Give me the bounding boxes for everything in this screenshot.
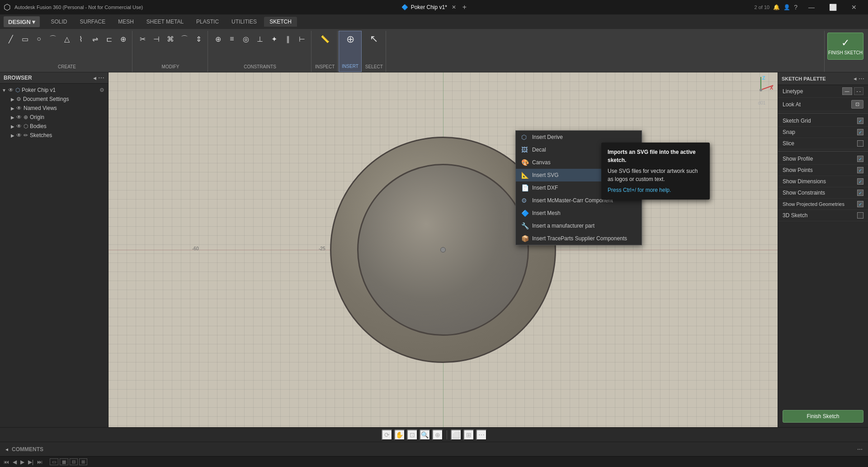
playback-last-button[interactable]: ⏭	[37, 459, 42, 465]
tab-sketch[interactable]: SKETCH	[264, 17, 297, 27]
mirror-tool[interactable]: ⇌	[89, 33, 101, 45]
tree-item-named-views[interactable]: ▶ 👁 Named Views	[0, 104, 108, 113]
comments-toggle-button[interactable]: ◂	[5, 446, 8, 453]
palette-3d-sketch-row[interactable]: 3D Sketch	[778, 210, 868, 221]
palette-slice-row[interactable]: Slice	[778, 138, 868, 149]
timeline-settings-button[interactable]: ⊞	[79, 458, 87, 465]
scale-tool[interactable]: ⇕	[192, 33, 205, 45]
nav-cube[interactable]: Z X d01	[750, 77, 773, 105]
timeline-view-button[interactable]: ⊟	[70, 458, 78, 465]
design-dropdown[interactable]: DESIGN ▾	[4, 16, 40, 27]
insert-label[interactable]: INSERT	[342, 64, 359, 70]
browser-expand-button[interactable]: ◂	[93, 74, 96, 81]
tree-visibility-origin-icon[interactable]: 👁	[16, 114, 22, 120]
show-points-checkbox[interactable]	[857, 167, 863, 173]
slice-checkbox[interactable]	[857, 140, 863, 147]
snap-checkbox[interactable]	[857, 129, 863, 135]
finish-sketch-button[interactable]: ✓ FINISH SKETCH	[827, 33, 863, 60]
show-projected-checkbox[interactable]	[857, 201, 863, 207]
insert-icon[interactable]: ⊕	[344, 33, 357, 46]
tree-visibility-bodies-icon[interactable]: 👁	[16, 123, 22, 129]
zoom-region-button[interactable]: 🔍	[420, 429, 430, 440]
palette-show-points-row[interactable]: Show Points	[778, 165, 868, 176]
zoom-inout-button[interactable]: ⊕	[432, 429, 443, 440]
tree-item-sketches[interactable]: ▶ 👁 ✏ Sketches	[0, 131, 108, 140]
concentric-constraint[interactable]: ◎	[240, 33, 252, 45]
add-tab-icon[interactable]: +	[462, 3, 467, 11]
finish-sketch-panel-button[interactable]: Finish Sketch	[783, 410, 863, 423]
break-tool[interactable]: ⌘	[164, 33, 177, 45]
menu-item-insert-derive[interactable]: ⬡ Insert Derive	[516, 131, 642, 143]
tab-utilities[interactable]: UTILITIES	[226, 17, 262, 27]
more-settings-button[interactable]: ⋯	[476, 429, 487, 440]
playback-next-button[interactable]: ▶|	[28, 459, 33, 465]
playback-first-button[interactable]: ⏮	[4, 459, 9, 465]
3d-sketch-checkbox[interactable]	[857, 212, 863, 219]
project-tool[interactable]: ⊕	[117, 33, 129, 45]
fix-constraint[interactable]: ✦	[268, 33, 280, 45]
linetype-normal-button[interactable]: —	[842, 87, 852, 95]
palette-show-projected-row[interactable]: Show Projected Geometries	[778, 199, 868, 210]
tree-settings-icon[interactable]: ⚙	[99, 87, 104, 93]
palette-show-profile-row[interactable]: Show Profile	[778, 153, 868, 165]
midpoint-constraint[interactable]: ⊥	[254, 33, 266, 45]
tree-item-origin[interactable]: ▶ 👁 ⊕ Origin	[0, 113, 108, 122]
viewport[interactable]: -60 -25 Z X d01	[108, 72, 778, 427]
tree-item-bodies[interactable]: ▶ 👁 ⬡ Bodies	[0, 122, 108, 131]
user-icon[interactable]: 👤	[783, 4, 790, 10]
line-tool[interactable]: ╱	[5, 33, 17, 45]
menu-item-manufacturer[interactable]: 🔧 Insert a manufacturer part	[516, 219, 642, 232]
help-icon[interactable]: ?	[794, 4, 797, 11]
maximize-button[interactable]: ⬜	[822, 0, 843, 14]
tree-item-doc-settings[interactable]: ▶ ⚙ Document Settings	[0, 95, 108, 104]
zoom-fit-button[interactable]: ⊡	[407, 429, 418, 440]
palette-snap-row[interactable]: Snap	[778, 127, 868, 138]
trim-tool[interactable]: ✂	[136, 33, 149, 45]
show-constraints-checkbox[interactable]	[857, 190, 863, 196]
show-profile-checkbox[interactable]	[857, 156, 863, 162]
perpendicular-constraint[interactable]: ⊢	[296, 33, 308, 45]
sketch-grid-checkbox[interactable]	[857, 118, 863, 124]
parallel-constraint[interactable]: ∥	[282, 33, 294, 45]
collinear-constraint[interactable]: ≡	[226, 33, 238, 45]
orbit-button[interactable]: ⟳	[382, 429, 392, 440]
measure-tool[interactable]: 📏	[319, 33, 331, 45]
rectangle-tool[interactable]: ▭	[19, 33, 31, 45]
tree-visibility-icon[interactable]: 👁	[8, 87, 14, 93]
select-label[interactable]: SELECT	[365, 64, 383, 70]
offset-tool[interactable]: ⊏	[103, 33, 115, 45]
browser-more-button[interactable]: ⋯	[98, 74, 104, 81]
playback-prev-button[interactable]: ◀	[13, 459, 17, 465]
timeline-multi-button[interactable]: ▦	[60, 458, 68, 465]
pan-button[interactable]: ✋	[394, 429, 405, 440]
arc-tool[interactable]: ⌒	[47, 33, 59, 45]
fillet-tool[interactable]: ⌒	[178, 33, 191, 45]
sketch-palette-expand-button[interactable]: ◂	[854, 75, 857, 82]
palette-sketch-grid-row[interactable]: Sketch Grid	[778, 115, 868, 127]
close-tab-icon[interactable]: ✕	[452, 4, 456, 10]
comments-more-button[interactable]: ⋯	[857, 446, 863, 453]
tab-mesh[interactable]: MESH	[113, 17, 139, 27]
polygon-tool[interactable]: △	[61, 33, 73, 45]
tree-visibility-sketches-icon[interactable]: 👁	[16, 132, 22, 138]
grid-settings-button[interactable]: ⊞	[463, 429, 474, 440]
circle-tool[interactable]: ○	[33, 33, 45, 45]
tab-surface[interactable]: SURFACE	[74, 17, 111, 27]
sketch-palette-more-button[interactable]: ⋯	[859, 75, 864, 82]
show-dimensions-checkbox[interactable]	[857, 178, 863, 185]
look-at-button[interactable]: ⊡	[851, 100, 863, 109]
tab-solid[interactable]: SOLID	[45, 17, 72, 27]
fit-point-tool[interactable]: ⌇	[75, 33, 87, 45]
palette-show-constraints-row[interactable]: Show Constraints	[778, 187, 868, 199]
palette-show-dimensions-row[interactable]: Show Dimensions	[778, 176, 868, 187]
minimize-button[interactable]: —	[801, 0, 822, 14]
playback-play-button[interactable]: ▶	[20, 459, 24, 465]
tab-sheet-metal[interactable]: SHEET METAL	[141, 17, 189, 27]
linetype-construction-button[interactable]: - -	[854, 87, 863, 95]
close-button[interactable]: ✕	[844, 0, 864, 14]
timeline-single-button[interactable]: ▭	[50, 458, 58, 465]
extend-tool[interactable]: ⊣	[150, 33, 163, 45]
display-settings-button[interactable]: ⬜	[451, 429, 462, 440]
notification-icon[interactable]: 🔔	[773, 4, 780, 10]
tab-plastic[interactable]: PLASTIC	[191, 17, 224, 27]
